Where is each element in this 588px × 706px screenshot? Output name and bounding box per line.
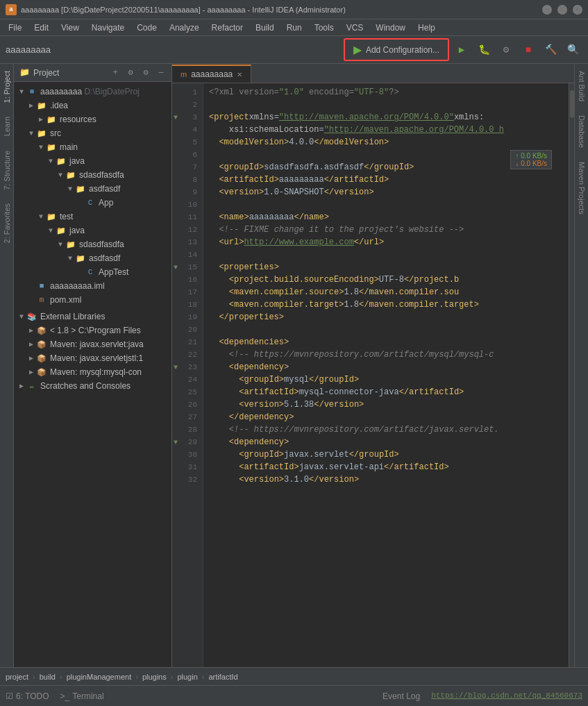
network-download: ↓ 0.0 KB/s xyxy=(515,160,547,167)
line-7: 7 xyxy=(172,161,203,174)
tree-mysql[interactable]: ▶ 📦 Maven: mysql:mysql-con xyxy=(14,365,171,379)
breadcrumb-sep-5: › xyxy=(202,673,205,681)
tree-pom[interactable]: m pom.xml xyxy=(14,293,171,307)
tree-servlet-java[interactable]: ▶ 📦 Maven: javax.servlet:java xyxy=(14,337,171,351)
tree-asdfasdf[interactable]: ▼ 📁 asdfasdf xyxy=(14,182,171,196)
tree-servlet-jstl[interactable]: ▶ 📦 Maven: javax.servletjstl:1 xyxy=(14,351,171,365)
debug-button[interactable]: 🐛 xyxy=(474,40,494,60)
menu-run[interactable]: Run xyxy=(281,22,308,34)
tree-resources[interactable]: ▶ 📁 resources xyxy=(14,112,171,126)
minimize-button[interactable]: ─ xyxy=(542,5,552,15)
scratches-icon: ✏ xyxy=(26,380,37,392)
code-editor: 1 2 ▼3 4 5 6 7 8 9 10 11 12 13 14 ▼15 16… xyxy=(172,83,574,667)
editor-tabs: m aaaaaaaaa ✕ xyxy=(172,64,574,83)
line-16: 16 xyxy=(172,274,203,286)
panel-folder-icon: 📁 xyxy=(18,67,31,79)
tree-src[interactable]: ▼ 📁 src xyxy=(14,126,171,140)
sdasdfasdfa-test-icon: 📁 xyxy=(65,239,76,250)
window-title: aaaaaaaaa [D:\BigDateProject20200511\aaa… xyxy=(21,6,346,14)
menu-vcs[interactable]: VCS xyxy=(341,22,369,34)
breadcrumb-plugin[interactable]: plugin xyxy=(177,673,197,681)
terminal-button[interactable]: >_ Terminal xyxy=(60,691,104,701)
idea-label: .idea xyxy=(50,101,68,110)
test-label: test xyxy=(60,212,73,221)
sidebar-item-maven[interactable]: Maven Projects xyxy=(575,155,589,221)
menu-code[interactable]: Code xyxy=(131,22,162,34)
tree-app[interactable]: C App xyxy=(14,196,171,210)
scroll-thumb[interactable] xyxy=(570,90,574,118)
code-content[interactable]: <?xml version="1.0" encoding="UTF-8"?> <… xyxy=(203,83,569,667)
close-button[interactable]: ✕ xyxy=(573,5,582,15)
add-configuration-button[interactable]: ▶ Add Configuration... xyxy=(344,38,449,61)
coverage-button[interactable]: ⚙ xyxy=(496,40,516,60)
editor-tab-pom[interactable]: m aaaaaaaaa ✕ xyxy=(172,65,251,83)
editor-scrollbar[interactable] xyxy=(569,83,574,667)
sidebar-item-structure[interactable]: 7: Structure xyxy=(0,144,14,197)
status-link[interactable]: https://blog.csdn.net/qq_84560673 xyxy=(431,691,582,701)
tree-sdasdfasdfa[interactable]: ▼ 📁 sdasdfasdfa xyxy=(14,168,171,182)
menu-help[interactable]: Help xyxy=(412,22,441,34)
menu-window[interactable]: Window xyxy=(370,22,411,34)
menu-navigate[interactable]: Navigate xyxy=(86,22,130,34)
sidebar-item-favorites[interactable]: 2: Favorites xyxy=(0,196,14,250)
line-14: 14 xyxy=(172,249,203,261)
sdasdfasdfa-folder-icon: 📁 xyxy=(65,169,76,180)
tree-main[interactable]: ▼ 📁 main xyxy=(14,140,171,154)
maximize-button[interactable]: □ xyxy=(557,5,567,15)
window-controls[interactable]: ─ □ ✕ xyxy=(542,5,582,15)
asdfasdf-label: asdfasdf xyxy=(89,184,120,194)
menu-analyze[interactable]: Analyze xyxy=(164,22,205,34)
run-config-icon: ▶ xyxy=(353,43,362,56)
java-test-arrow: ▼ xyxy=(46,227,56,235)
breadcrumb-build[interactable]: build xyxy=(40,673,56,681)
tree-jdk[interactable]: ▶ 📦 < 1.8 > C:\Program Files xyxy=(14,323,171,337)
tree-asdfasdf-test[interactable]: ▼ 📁 asdfasdf xyxy=(14,251,171,265)
tree-idea[interactable]: ▶ 📁 .idea xyxy=(14,99,171,112)
todo-icon: ☑ xyxy=(6,691,13,701)
tree-scratches[interactable]: ▶ ✏ Scratches and Consoles xyxy=(14,379,171,393)
sidebar-item-ant[interactable]: Ant Build xyxy=(575,64,589,108)
search-button[interactable]: 🔍 xyxy=(563,40,582,60)
sidebar-item-learn[interactable]: Learn xyxy=(0,110,14,143)
menu-build[interactable]: Build xyxy=(250,22,280,34)
menu-refactor[interactable]: Refactor xyxy=(206,22,249,34)
sidebar-item-database[interactable]: Database xyxy=(575,108,589,155)
asdfasdf-test-arrow: ▼ xyxy=(65,255,75,262)
breadcrumb-plugin-mgmt[interactable]: pluginManagement xyxy=(67,673,132,681)
event-log-button[interactable]: Event Log xyxy=(383,691,420,701)
breadcrumb-artifact-id[interactable]: artifactId xyxy=(208,673,237,681)
tree-sdasdfasdfa-test[interactable]: ▼ 📁 sdasdfasdfa xyxy=(14,237,171,251)
asdfasdf-folder-icon: 📁 xyxy=(75,183,86,194)
menu-edit[interactable]: Edit xyxy=(28,22,54,34)
panel-add-icon[interactable]: + xyxy=(109,67,121,79)
todo-button[interactable]: ☑ 6: TODO xyxy=(6,691,49,701)
tree-root[interactable]: ▼ ■ aaaaaaaaa D:\BigDateProj xyxy=(14,85,171,99)
code-line-20 xyxy=(209,323,563,336)
servlet-jstl-icon: 📦 xyxy=(36,353,47,364)
build-button[interactable]: 🔨 xyxy=(541,40,560,60)
tree-java-test[interactable]: ▼ 📁 java xyxy=(14,224,171,237)
breadcrumb-project[interactable]: project xyxy=(6,673,28,681)
tree-ext-libs[interactable]: ▼ 📚 External Libraries xyxy=(14,310,171,323)
tab-close-icon[interactable]: ✕ xyxy=(237,71,242,78)
sidebar-item-project[interactable]: 1: Project xyxy=(0,64,14,110)
tree-java-main[interactable]: ▼ 📁 java xyxy=(14,154,171,168)
stop-button[interactable]: ■ xyxy=(519,40,538,60)
tree-test[interactable]: ▼ 📁 test xyxy=(14,210,171,224)
run-button[interactable]: ▶ xyxy=(452,40,471,60)
panel-gear-icon[interactable]: ⚙ xyxy=(140,67,152,79)
panel-minimize-icon[interactable]: ─ xyxy=(155,67,167,79)
menu-file[interactable]: File xyxy=(3,22,27,34)
line-22: 22 xyxy=(172,348,203,361)
project-tree: ▼ ■ aaaaaaaaa D:\BigDateProj ▶ 📁 .idea ▶… xyxy=(14,82,171,667)
menu-view[interactable]: View xyxy=(56,22,85,34)
network-widget: ↑ 0.0 KB/s ↓ 0.0 KB/s xyxy=(510,150,552,169)
menu-tools[interactable]: Tools xyxy=(309,22,339,34)
tree-iml[interactable]: ■ aaaaaaaaa.iml xyxy=(14,279,171,293)
breadcrumb-plugins[interactable]: plugins xyxy=(142,673,167,681)
resources-folder-icon: 📁 xyxy=(46,114,57,125)
tree-apptest[interactable]: C AppTest xyxy=(14,265,171,279)
line-9: 9 xyxy=(172,186,203,199)
resources-arrow: ▶ xyxy=(36,115,46,124)
panel-settings-icon[interactable]: ⚙ xyxy=(124,67,137,79)
